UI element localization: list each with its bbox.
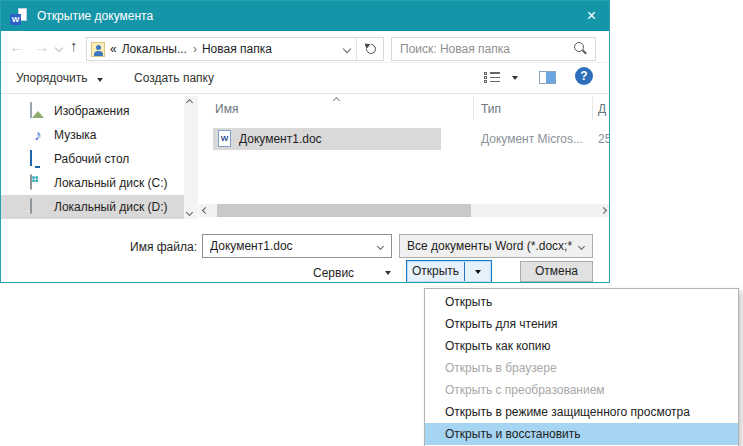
desktop-icon [30, 151, 46, 167]
disk-d-icon [30, 199, 46, 215]
column-header-type[interactable]: Тип [481, 102, 501, 116]
menu-item-open-in-browser: Открыть в браузере [425, 357, 738, 379]
word-letter: W [10, 14, 21, 25]
music-icon: ♪ [30, 127, 46, 143]
filename-dropdown-chevron-icon[interactable] [377, 242, 384, 249]
disk-c-icon [30, 175, 46, 191]
file-name[interactable]: Документ1.doc [239, 132, 322, 146]
word-doc-icon: W [218, 130, 231, 147]
menu-item-open[interactable]: Открыть [425, 291, 738, 313]
back-button[interactable]: ← [9, 39, 24, 54]
search-input[interactable] [392, 39, 572, 59]
address-bar-divider [356, 38, 357, 60]
list-hscrollbar-thumb[interactable] [217, 204, 471, 217]
sidebar-label: Локальный диск (D:) [54, 200, 168, 214]
breadcrumb-parent[interactable]: Локальны... [122, 42, 187, 56]
tools-caret-icon [385, 271, 391, 275]
menu-item-open-with-transform: Открыть с преобразованием [425, 379, 738, 401]
filetype-dropdown-chevron-icon [578, 242, 585, 249]
sidebar-item-desktop[interactable]: Рабочий стол [1, 147, 184, 171]
filetype-value: Все документы Word (*.docx;* [400, 239, 579, 253]
view-mode-row [484, 80, 504, 84]
filename-combobox [202, 234, 392, 258]
close-button[interactable]: × [587, 1, 596, 31]
nav-separator [1, 62, 610, 63]
open-dropdown-button[interactable] [465, 261, 491, 282]
file-type: Документ Micros... [481, 132, 583, 146]
sidebar-label: Локальный диск (C:) [54, 176, 168, 190]
sidebar-item-music[interactable]: ♪ Музыка [1, 123, 184, 147]
organize-caret-icon [97, 78, 103, 82]
address-bar[interactable]: « Локальны... › Новая папка [86, 37, 384, 61]
column-divider[interactable] [473, 97, 474, 120]
recent-locations-chevron-icon[interactable] [55, 44, 63, 52]
word-app-icon: W [10, 8, 28, 25]
filetype-combobox[interactable]: Все документы Word (*.docx;* [399, 234, 593, 258]
preview-pane-icon[interactable] [539, 71, 556, 84]
folder-location-icon [91, 42, 105, 57]
forward-button[interactable]: → [34, 39, 49, 54]
toolbar-separator [1, 93, 610, 94]
menu-item-open-read-only[interactable]: Открыть для чтения [425, 313, 738, 335]
title-bar[interactable]: W Открытие документа × [1, 1, 609, 31]
breadcrumb-current[interactable]: Новая папка [202, 42, 272, 56]
search-box [391, 37, 596, 61]
new-folder-button[interactable]: Создать папку [134, 71, 214, 85]
sidebar-item-disk-d[interactable]: Локальный диск (D:) [1, 195, 184, 219]
open-button[interactable]: Открыть [407, 261, 464, 282]
scroll-down-icon[interactable] [186, 209, 193, 216]
breadcrumb-prefix: « [110, 42, 117, 56]
sort-ascending-icon [333, 97, 340, 104]
open-split-button: Открыть [406, 260, 492, 283]
open-document-dialog: W Открытие документа × ← → ↑ « Локальны.… [0, 0, 610, 283]
view-mode-icon[interactable] [484, 71, 504, 84]
scroll-up-icon[interactable] [186, 99, 193, 106]
cancel-button[interactable]: Отмена [520, 261, 593, 282]
refresh-button[interactable] [359, 38, 383, 60]
column-header-date[interactable]: Д [598, 102, 606, 116]
menu-item-open-as-copy[interactable]: Открыть как копию [425, 335, 738, 357]
column-divider[interactable] [592, 97, 593, 120]
filename-label: Имя файла: [113, 240, 197, 254]
help-button[interactable]: ? [575, 67, 593, 85]
organize-label: Упорядочить [16, 71, 87, 85]
column-header-name[interactable]: Имя [215, 102, 238, 116]
file-date: 25 [598, 132, 610, 146]
screen: W Открытие документа × ← → ↑ « Локальны.… [0, 0, 743, 446]
organize-button[interactable]: Упорядочить [16, 71, 103, 85]
pictures-icon [30, 103, 46, 119]
search-icon[interactable] [572, 41, 588, 57]
tools-button[interactable]: Сервис [303, 263, 395, 282]
view-mode-caret-icon[interactable] [512, 76, 518, 80]
address-dropdown-chevron-icon[interactable] [343, 45, 351, 53]
sidebar-item-disk-c[interactable]: Локальный диск (C:) [1, 171, 184, 195]
menu-item-open-protected-view[interactable]: Открыть в режиме защищенного просмотра [425, 401, 738, 423]
filename-input[interactable] [203, 239, 378, 253]
open-caret-icon [475, 270, 481, 274]
sidebar-label: Изображения [54, 104, 129, 118]
tools-label: Сервис [313, 266, 354, 280]
menu-item-open-and-repair[interactable]: Открыть и восстановить [425, 423, 738, 445]
sidebar-label: Музыка [54, 128, 96, 142]
sidebar-item-pictures[interactable]: Изображения [1, 99, 184, 123]
sidebar-scrollbar[interactable] [184, 96, 198, 219]
open-options-menu: Открыть Открыть для чтения Открыть как к… [424, 288, 739, 446]
sidebar-label: Рабочий стол [54, 152, 129, 166]
up-button[interactable]: ↑ [70, 38, 78, 53]
dialog-title: Открытие документа [37, 9, 153, 23]
breadcrumb-separator-icon: › [193, 42, 197, 56]
